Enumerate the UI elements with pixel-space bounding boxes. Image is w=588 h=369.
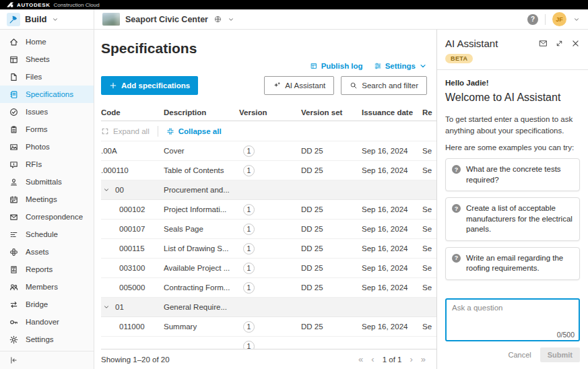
sidebar-item-photos[interactable]: Photos <box>0 138 94 156</box>
sidebar-item-schedule[interactable]: Schedule <box>0 226 94 243</box>
table-row-000102[interactable]: 000102Project Informati...1DD 25Sep 16, … <box>101 200 436 220</box>
table-row-005000[interactable]: 005000Contracting Form...1DD 25Sep 16, 2… <box>101 278 436 298</box>
table-row-003100[interactable]: 003100Available Project ...1DD 25Sep 16,… <box>101 259 436 278</box>
search-filter-button[interactable]: Search and filter <box>341 76 427 95</box>
column-header-version[interactable]: Version <box>239 108 301 116</box>
chevron-down-icon[interactable] <box>103 187 110 193</box>
version-cell: 1 <box>239 204 301 215</box>
trailing-cell: Se <box>422 323 436 331</box>
project-selector[interactable]: Seaport Civic Center <box>94 9 527 29</box>
product-selector[interactable]: Build <box>0 9 94 29</box>
expand-all-button[interactable]: Expand all <box>101 127 150 135</box>
column-header-re[interactable]: Re <box>422 108 436 116</box>
close-panel-icon[interactable] <box>571 39 580 48</box>
section-code: 00 <box>115 186 124 194</box>
description-cell: Cover <box>164 147 239 155</box>
column-header-description[interactable]: Description <box>164 108 239 116</box>
sidebar-item-rfis[interactable]: RFIs <box>0 156 94 173</box>
sidebar-item-files[interactable]: Files <box>0 68 94 86</box>
version-badge[interactable]: 1 <box>243 243 255 255</box>
settings-link[interactable]: Settings <box>374 62 427 70</box>
first-page-button[interactable]: « <box>358 354 363 364</box>
sidebar-item-home[interactable]: Home <box>0 33 94 51</box>
example-chips: ?What are the concrete tests required??C… <box>445 158 580 280</box>
submit-button[interactable]: Submit <box>540 347 580 362</box>
table-row-000115[interactable]: 000115List of Drawing S...1DD 25Sep 16, … <box>101 239 436 259</box>
appbar-right: ? JF <box>527 9 588 29</box>
table-row-partial[interactable]: 1 <box>101 337 436 349</box>
sidebar-item-sheets[interactable]: Sheets <box>0 51 94 68</box>
publish-log-link[interactable]: Publish log <box>310 62 363 70</box>
table-row-000110[interactable]: .000110Table of Contents1DD 25Sep 16, 20… <box>101 161 436 180</box>
table-row-00A[interactable]: .00ACover1DD 25Sep 16, 2024Se <box>101 141 436 161</box>
version-badge[interactable]: 1 <box>243 204 255 215</box>
version-set-cell: DD 25 <box>301 244 362 253</box>
page-indicator: 1 of 1 <box>383 356 402 364</box>
handover-icon <box>9 317 19 327</box>
sidebar-item-forms[interactable]: Forms <box>0 121 94 138</box>
column-header-version-set[interactable]: Version set <box>301 108 362 116</box>
example-chip-1[interactable]: ?What are the concrete tests required? <box>445 158 580 191</box>
version-badge[interactable]: 1 <box>243 224 255 235</box>
collapse-all-button[interactable]: Collapse all <box>166 127 222 135</box>
version-badge[interactable]: 1 <box>243 282 255 294</box>
feedback-envelope-icon[interactable] <box>539 39 548 48</box>
prev-page-button[interactable]: ‹ <box>371 354 374 364</box>
ai-assistant-button[interactable]: AI Assistant <box>264 76 334 95</box>
sidebar-item-meetings[interactable]: Meetings <box>0 191 94 208</box>
version-badge[interactable]: 1 <box>243 145 255 157</box>
sidebar-item-settings[interactable]: Settings <box>0 331 94 348</box>
links-row: Publish log Settings <box>101 62 436 70</box>
issuance-date-cell: Sep 16, 2024 <box>362 244 422 253</box>
description-cell: Summary <box>164 323 239 331</box>
table-row-000107[interactable]: 000107Seals Page1DD 25Sep 16, 2024Se <box>101 220 436 239</box>
intro-text: To get started enter a question to ask a… <box>445 114 580 136</box>
expand-panel-icon[interactable] <box>555 39 564 48</box>
code-cell: 000115 <box>101 244 164 253</box>
version-badge[interactable]: 1 <box>243 165 255 176</box>
sidebar-item-reports[interactable]: Reports <box>0 261 94 278</box>
table-row-011000[interactable]: 011000Summary1DD 25Sep 16, 2024Se <box>101 317 436 337</box>
product-caret-icon <box>52 16 59 23</box>
question-circle-icon: ? <box>452 204 461 213</box>
add-specifications-button[interactable]: Add specifications <box>101 76 198 95</box>
sidebar-collapse-button[interactable] <box>0 351 94 369</box>
version-cell: 1 <box>239 282 301 294</box>
version-badge[interactable]: 1 <box>243 341 255 349</box>
version-cell: 1 <box>239 165 301 176</box>
sidebar-item-handover[interactable]: Handover <box>0 313 94 331</box>
sidebar-item-submittals[interactable]: Submittals <box>0 173 94 191</box>
publish-log-icon <box>310 62 318 70</box>
ai-panel-title: AI Assistant <box>445 38 539 49</box>
section-code: 01 <box>115 303 124 311</box>
collapse-all-label: Collapse all <box>178 127 222 135</box>
version-badge[interactable]: 1 <box>243 321 255 333</box>
section-row-01[interactable]: 01General Require... <box>101 298 436 317</box>
cancel-button[interactable]: Cancel <box>508 351 531 359</box>
next-page-button[interactable]: › <box>410 354 412 364</box>
version-set-cell: DD 25 <box>301 166 362 174</box>
project-caret-icon <box>228 16 234 23</box>
avatar[interactable]: JF <box>552 12 566 26</box>
chevron-down-icon[interactable] <box>103 304 110 310</box>
account-caret-icon[interactable] <box>573 16 580 23</box>
example-chip-label: What are the concrete tests required? <box>466 164 573 185</box>
version-badge[interactable]: 1 <box>243 263 255 274</box>
sidebar-nav: HomeSheetsFilesSpecificationsIssuesForms… <box>0 33 94 348</box>
sidebar-item-specifications[interactable]: Specifications <box>0 86 94 103</box>
sidebar-item-issues[interactable]: Issues <box>0 103 94 121</box>
sidebar-item-assets[interactable]: Assets <box>0 243 94 261</box>
help-icon[interactable]: ? <box>527 14 538 25</box>
description-cell: Table of Contents <box>164 166 239 174</box>
sidebar-item-bridge[interactable]: Bridge <box>0 296 94 313</box>
example-chip-2[interactable]: ?Create a list of acceptable manufacture… <box>445 197 580 241</box>
column-header-issuance-date[interactable]: Issuance date <box>362 108 422 116</box>
example-chip-3[interactable]: ?Write an email regarding the roofing re… <box>445 247 580 280</box>
table-body: Expand allCollapse all.00ACover1DD 25Sep… <box>101 121 436 349</box>
last-page-button[interactable]: » <box>421 354 426 364</box>
sidebar-item-members[interactable]: Members <box>0 278 94 296</box>
section-row-00[interactable]: 00Procurement and... <box>101 180 436 200</box>
sidebar-item-label: Submittals <box>26 178 62 186</box>
column-header-code[interactable]: Code <box>101 108 164 116</box>
sidebar-item-correspondence[interactable]: Correspondence <box>0 208 94 226</box>
